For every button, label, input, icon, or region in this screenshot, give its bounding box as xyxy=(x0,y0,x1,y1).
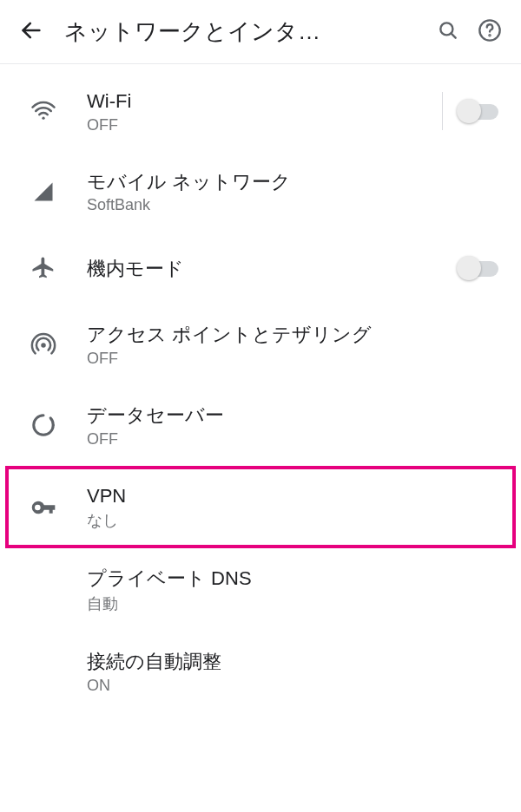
search-button[interactable] xyxy=(427,11,469,53)
switch-thumb xyxy=(457,99,481,123)
row-datasaver-title: データセーバー xyxy=(87,403,497,429)
svg-point-6 xyxy=(41,343,46,348)
vpn-key-icon xyxy=(0,494,87,521)
row-pdns-text: プライベート DNS 自動 xyxy=(87,566,504,614)
row-wifi[interactable]: Wi-Fi OFF xyxy=(0,71,521,152)
row-vpn-title: VPN xyxy=(87,483,497,509)
row-mobile-sub: SoftBank xyxy=(87,196,497,214)
row-hotspot[interactable]: アクセス ポイントとテザリング OFF xyxy=(0,304,521,385)
wifi-toggle-container xyxy=(432,92,504,130)
row-adaptive-sub: ON xyxy=(87,677,497,695)
row-vpn[interactable]: VPN なし xyxy=(0,466,521,549)
wifi-toggle[interactable] xyxy=(457,97,504,125)
row-wifi-title: Wi-Fi xyxy=(87,88,425,115)
row-hotspot-text: アクセス ポイントとテザリング OFF xyxy=(87,322,504,368)
row-pdns-title: プライベート DNS xyxy=(87,566,497,592)
row-hotspot-title: アクセス ポイントとテザリング xyxy=(87,322,497,348)
row-adaptive-text: 接続の自動調整 ON xyxy=(87,649,504,695)
airplane-icon xyxy=(0,255,87,281)
hotspot-icon xyxy=(0,332,87,358)
wifi-icon xyxy=(0,98,87,124)
row-vpn-sub: なし xyxy=(87,510,497,531)
app-bar: ネットワークとインタ… xyxy=(0,0,521,64)
search-icon xyxy=(437,19,459,44)
svg-line-2 xyxy=(451,33,455,37)
back-button[interactable] xyxy=(10,11,52,53)
row-mobile-title: モバイル ネットワーク xyxy=(87,169,497,195)
help-icon xyxy=(478,18,502,45)
row-vpn-text: VPN なし xyxy=(87,483,504,532)
row-airplane-text: 機内モード xyxy=(87,256,446,282)
row-airplane-title: 機内モード xyxy=(87,256,439,282)
switch-thumb xyxy=(457,256,481,280)
help-button[interactable] xyxy=(469,11,511,53)
svg-point-5 xyxy=(42,117,44,120)
row-mobile-network[interactable]: モバイル ネットワーク SoftBank xyxy=(0,152,521,232)
settings-list: Wi-Fi OFF モバイル ネットワーク SoftBank 機内モード xyxy=(0,64,521,712)
airplane-toggle[interactable] xyxy=(457,254,504,282)
row-wifi-text: Wi-Fi OFF xyxy=(87,88,432,134)
row-hotspot-sub: OFF xyxy=(87,350,497,368)
svg-point-4 xyxy=(489,35,490,36)
row-datasaver-sub: OFF xyxy=(87,430,497,449)
arrow-back-icon xyxy=(19,18,43,45)
signal-icon xyxy=(0,180,87,204)
row-adaptive-title: 接続の自動調整 xyxy=(87,649,497,675)
row-pdns-sub: 自動 xyxy=(87,593,497,614)
row-adaptive-connectivity[interactable]: 接続の自動調整 ON xyxy=(0,632,521,712)
page-title: ネットワークとインタ… xyxy=(52,16,427,47)
row-airplane[interactable]: 機内モード xyxy=(0,232,521,304)
row-private-dns[interactable]: プライベート DNS 自動 xyxy=(0,548,521,632)
airplane-toggle-container xyxy=(446,254,504,282)
datasaver-icon xyxy=(0,412,87,438)
row-wifi-sub: OFF xyxy=(87,116,425,134)
row-datasaver[interactable]: データセーバー OFF xyxy=(0,385,521,466)
divider xyxy=(442,92,443,130)
row-datasaver-text: データセーバー OFF xyxy=(87,403,504,449)
row-mobile-text: モバイル ネットワーク SoftBank xyxy=(87,169,504,215)
